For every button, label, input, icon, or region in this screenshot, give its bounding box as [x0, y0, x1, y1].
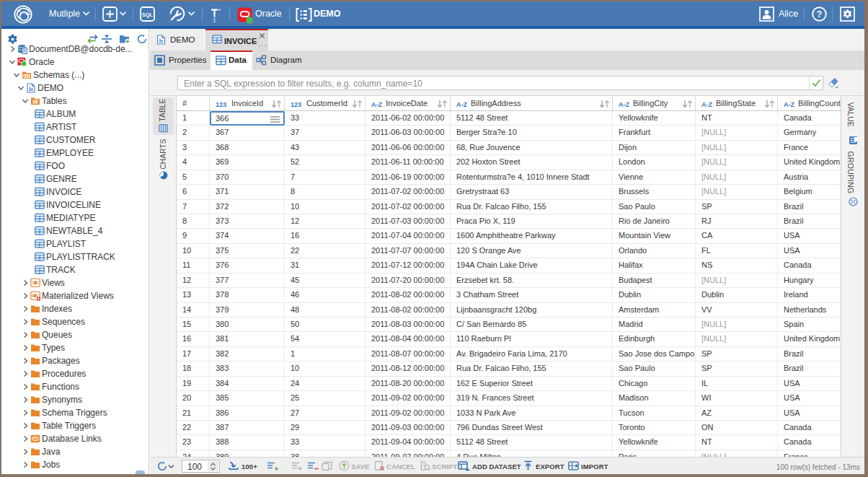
svg-text:?: ? — [817, 9, 822, 19]
svg-text:SQL: SQL — [142, 12, 153, 18]
